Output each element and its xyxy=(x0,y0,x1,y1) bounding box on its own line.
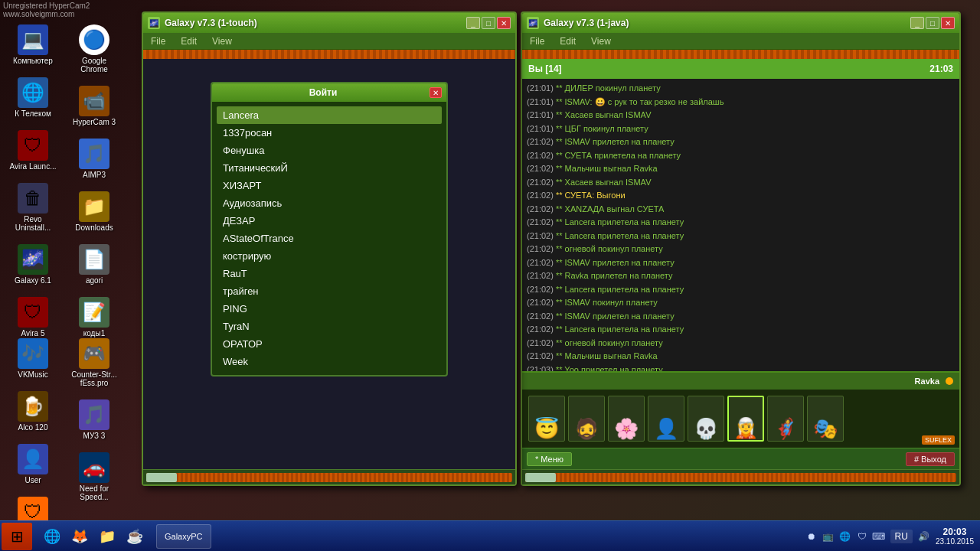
chat-msg-13: (21:02) ** огневой покинул планету xyxy=(527,243,955,256)
player-lancera[interactable]: Lancera xyxy=(217,106,442,124)
tray-shield-icon[interactable]: 🛡 xyxy=(855,530,869,543)
google-chrome-label: Google Chrome xyxy=(70,57,118,73)
start-button[interactable]: ⊞ xyxy=(2,523,32,550)
char-avatar-7[interactable]: 🦸 xyxy=(767,396,804,442)
player-fenushka[interactable]: Фенушка xyxy=(217,142,442,159)
login-dialog-titlebar[interactable]: Войти ✕ xyxy=(212,83,446,102)
chat-time: 21:03 xyxy=(929,64,953,74)
galaxy-right-title: Galaxy v7.3 (1-java) xyxy=(544,18,910,28)
tray-keyboard-icon[interactable]: ⌨ xyxy=(872,530,886,543)
galaxy-left-scrollbar[interactable] xyxy=(146,473,512,482)
icon-hypercam[interactable]: 📹 HyperCam 3 xyxy=(67,83,121,129)
player-audio[interactable]: Аудиозапись xyxy=(217,194,442,212)
player-orator[interactable]: ОРАТОР xyxy=(217,335,442,353)
desktop: Unregistered HyperCam2 www.solveigmm.com… xyxy=(0,0,980,551)
player-traygen[interactable]: трайген xyxy=(217,282,442,300)
taskbar-java-icon[interactable]: ☕ xyxy=(122,524,147,549)
chat-msg-20: (21:02) ** огневой покинул планету xyxy=(527,337,955,350)
icon-alco120[interactable]: 🍺 Alco 120 xyxy=(6,388,60,435)
icon-user[interactable]: 👤 User xyxy=(6,441,60,487)
suflex-badge: SUFLEX xyxy=(922,435,955,445)
char-avatar-2[interactable]: 🧔 xyxy=(568,396,605,442)
player-kostri[interactable]: кострирую xyxy=(217,247,442,265)
char-avatar-8[interactable]: 🎭 xyxy=(807,396,844,442)
char-avatar-3[interactable]: 🌸 xyxy=(608,396,645,442)
exit-button[interactable]: # Выход xyxy=(906,452,955,466)
icon-galaxy61[interactable]: 🌌 Galaxy 6.1 xyxy=(6,241,60,288)
icon-downloads[interactable]: 📁 Downloads xyxy=(67,188,121,235)
tray-record-icon[interactable]: ⏺ xyxy=(805,530,818,543)
clock-time: 20:03 xyxy=(936,527,974,537)
login-dialog-close[interactable]: ✕ xyxy=(430,87,442,98)
taskbar-firefox-icon[interactable]: 🦊 xyxy=(67,524,92,549)
player-raut[interactable]: RauT xyxy=(217,265,442,282)
galaxy-left-menu-file[interactable]: File xyxy=(148,34,168,48)
chat-msg-10: (21:02) ** ХANZАДА выгнал СУЕТА xyxy=(527,203,955,216)
player-week[interactable]: Week xyxy=(217,353,442,370)
player-ping[interactable]: PING xyxy=(217,300,442,318)
icon-agori[interactable]: 📄 agori xyxy=(67,241,121,288)
galaxy-right-scrollbar[interactable] xyxy=(525,473,956,482)
galaxy-left-titlebar[interactable]: 🌌 Galaxy v7.3 (1-touch) _ □ ✕ xyxy=(143,13,515,33)
galaxy-left-menu-view[interactable]: View xyxy=(209,34,235,48)
char-avatar-4[interactable]: 👤 xyxy=(648,396,684,442)
player-1337[interactable]: 1337росан xyxy=(217,124,442,142)
tray-network-icon[interactable]: 🌐 xyxy=(838,530,852,543)
galaxy-left-bottom-bar xyxy=(143,469,515,484)
login-dialog-title: Войти xyxy=(217,87,430,98)
icon-aimp3[interactable]: 🎵 AIMP3 xyxy=(67,135,121,182)
icon-avira[interactable]: 🛡 Avira Launc... xyxy=(6,127,60,174)
galaxy-right-scrollthumb[interactable] xyxy=(525,473,556,482)
watermark: Unregistered HyperCam2 www.solveigmm.com xyxy=(0,0,93,20)
chat-msg-11: (21:02) ** Lancera прилетела на планету xyxy=(527,216,955,229)
taskbar-ie-icon[interactable]: 🌐 xyxy=(40,524,64,549)
chat-msg-4: (21:01) ** ЦБГ покинул планету xyxy=(527,122,955,135)
tray-volume-icon[interactable]: 🔊 xyxy=(917,530,931,543)
galaxy-right-controls: _ □ ✕ xyxy=(910,17,955,29)
galaxy-right-menu-file[interactable]: File xyxy=(527,34,547,48)
galaxy-right-minimize[interactable]: _ xyxy=(910,17,924,29)
galaxy-right-top-bar xyxy=(522,50,959,59)
galaxy-left-close[interactable]: ✕ xyxy=(497,17,511,29)
chat-msg-12: (21:02) ** Lancera прилетела на планету xyxy=(527,230,955,243)
galaxy-left-scrollthumb[interactable] xyxy=(146,473,177,482)
icon-nfs[interactable]: 🚗 Need for Speed... xyxy=(67,449,121,504)
icon-counter[interactable]: 🎮 Counter-Str... fEss.pro xyxy=(67,335,121,390)
player-titan[interactable]: ТитаническиЙ xyxy=(217,159,442,177)
char-avatar-1[interactable]: 😇 xyxy=(528,396,565,442)
chars-row[interactable]: 😇 🧔 🌸 👤 💀 🧝 🦸 🎭 xyxy=(522,390,959,448)
char-avatar-5[interactable]: 💀 xyxy=(688,396,724,442)
galaxy-left-maximize[interactable]: □ xyxy=(482,17,495,29)
taskbar-galaxypc[interactable]: GalaxyPC xyxy=(156,524,211,549)
galaxy-right-menu-view[interactable]: View xyxy=(588,34,614,48)
icon-google-chrome[interactable]: 🔵 Google Chrome xyxy=(67,21,121,77)
icon-revo[interactable]: 🗑 Revo Uninstall... xyxy=(6,180,60,235)
chat-messages[interactable]: (21:01) ** ДИЛЕР покинул планету (21:01)… xyxy=(522,79,959,371)
player-astate[interactable]: AStateOfTrance xyxy=(217,230,442,247)
galaxy-left-minimize[interactable]: _ xyxy=(466,17,480,29)
galaxy-left-menu-edit[interactable]: Edit xyxy=(178,34,200,48)
galaxy-right-menu-edit[interactable]: Edit xyxy=(557,34,579,48)
chat-msg-6: (21:02) ** СУЕТА прилетела на планету xyxy=(527,149,955,162)
icon-muz3[interactable]: 🎵 МУЗ 3 xyxy=(67,396,121,443)
taskbar-apps: GalaxyPC xyxy=(153,524,799,549)
player-dezar[interactable]: ДЕЗАР xyxy=(217,212,442,230)
galaxy-right-close[interactable]: ✕ xyxy=(941,17,955,29)
char-avatar-6[interactable]: 🧝 xyxy=(727,396,764,442)
icon-komputer[interactable]: 💻 Компьютер xyxy=(6,21,60,68)
language-indicator[interactable]: RU xyxy=(890,530,913,543)
player-hizart[interactable]: ХИЗАРТ xyxy=(217,177,442,194)
player-tyran[interactable]: TyraN xyxy=(217,318,442,335)
icon-ktelecom[interactable]: 🌐 К Телеком xyxy=(6,74,60,121)
galaxy-right-maximize[interactable]: □ xyxy=(926,17,939,29)
chat-msg-14: (21:02) ** ISMAV прилетел на планету xyxy=(527,256,955,269)
taskbar-quicklaunch: 🌐 🦊 📁 ☕ xyxy=(34,524,153,549)
galaxy-right-titlebar[interactable]: 🌌 Galaxy v7.3 (1-java) _ □ ✕ xyxy=(522,13,959,33)
login-dialog-list[interactable]: Lancera 1337росан Фенушка ТитаническиЙ Х… xyxy=(212,102,446,375)
taskbar: ⊞ 🌐 🦊 📁 ☕ GalaxyPC ⏺ 📺 🌐 🛡 ⌨ RU 🔊 20:03 xyxy=(0,520,980,551)
icon-vkmusic[interactable]: 🎶 VKMusic xyxy=(6,335,60,382)
taskbar-folder-icon[interactable]: 📁 xyxy=(95,524,119,549)
tray-monitor-icon[interactable]: 📺 xyxy=(822,530,835,543)
menu-button[interactable]: * Меню xyxy=(527,452,572,466)
chat-msg-19: (21:02) ** Lancera прилетела на планету xyxy=(527,323,955,336)
